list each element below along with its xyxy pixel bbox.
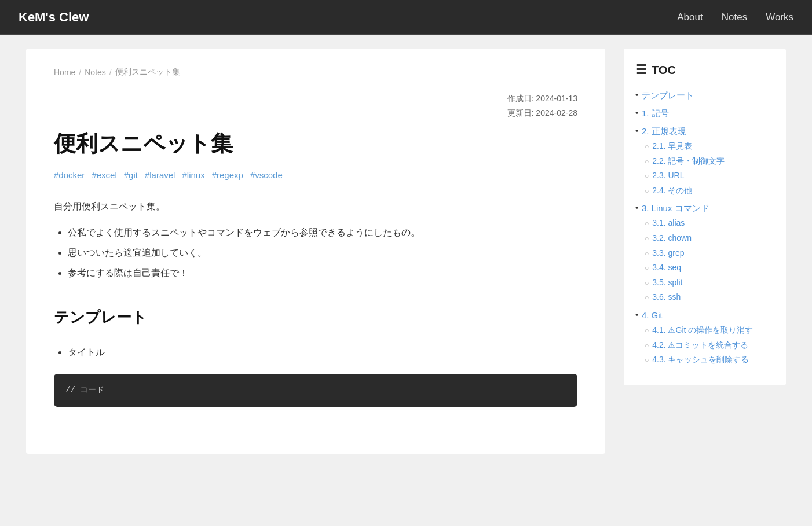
- toc-item-main-4: • 4. Git: [635, 309, 774, 321]
- toc-sub-list-2: ○ 2.1. 早見表 ○ 2.2. 記号・制御文字 ○ 2.3. URL ○ 2…: [645, 141, 774, 196]
- toc-bullet-2: •: [635, 126, 638, 135]
- toc-sub-bullet-3-2: ○: [645, 249, 649, 258]
- tag-excel[interactable]: #excel: [92, 170, 116, 180]
- toc-sub-link-3-1[interactable]: 3.2. chown: [652, 233, 692, 244]
- toc-sub-item-3-0: ○ 3.1. alias: [645, 218, 774, 229]
- article-body: 自分用便利スニペット集。 公私でよく使用するスニペットやコマンドをウェブから参照…: [54, 198, 577, 407]
- toc-title: TOC: [652, 64, 676, 77]
- toc-link-2[interactable]: 2. 正規表現: [642, 125, 686, 137]
- toc-sub-bullet-2-0: ○: [645, 142, 649, 150]
- toc-menu-icon: ☰: [635, 62, 647, 78]
- toc-list: • テンプレート • 1. 記号 • 2. 正規表現 ○: [635, 89, 774, 366]
- toc-sub-bullet-2-3: ○: [645, 187, 649, 195]
- article-description: 自分用便利スニペット集。: [54, 198, 577, 215]
- toc-bullet-0: •: [635, 90, 638, 100]
- toc-link-0[interactable]: テンプレート: [642, 89, 694, 101]
- toc-bullet-3: •: [635, 203, 638, 212]
- breadcrumb: Home / Notes / 便利スニペット集: [54, 67, 577, 78]
- section1-heading: テンプレート: [54, 304, 577, 337]
- toc-sub-item-3-3: ○ 3.4. seq: [645, 262, 774, 274]
- toc-sub-link-3-5[interactable]: 3.6. ssh: [652, 292, 681, 303]
- bullet-item-1: 公私でよく使用するスニペットやコマンドをウェブから参照できるようにしたもの。: [68, 225, 577, 240]
- toc-bullet-4: •: [635, 310, 638, 319]
- toc-sub-link-3-0[interactable]: 3.1. alias: [652, 218, 685, 229]
- toc-sub-bullet-3-0: ○: [645, 219, 649, 227]
- tag-laravel[interactable]: #laravel: [145, 170, 175, 180]
- tag-vscode[interactable]: #vscode: [250, 170, 283, 180]
- toc-sub-bullet-2-1: ○: [645, 157, 649, 165]
- tag-docker[interactable]: #docker: [54, 170, 85, 180]
- toc-item-1: • 1. 記号: [635, 107, 774, 119]
- toc-item-main-1: • 1. 記号: [635, 107, 774, 119]
- breadcrumb-notes[interactable]: Notes: [85, 68, 106, 77]
- page-wrapper: Home / Notes / 便利スニペット集 作成日: 2024-01-13 …: [12, 35, 800, 468]
- toc-sub-link-4-0[interactable]: 4.1. ⚠Git の操作を取り消す: [652, 325, 753, 336]
- toc-item-3: • 3. Linux コマンド ○ 3.1. alias ○ 3.2. chow…: [635, 202, 774, 303]
- toc-item-4: • 4. Git ○ 4.1. ⚠Git の操作を取り消す ○ 4.2. ⚠コミ…: [635, 309, 774, 366]
- toc-sub-bullet-4-0: ○: [645, 326, 649, 334]
- toc-sub-link-3-4[interactable]: 3.5. split: [652, 277, 682, 289]
- toc-sub-list-3: ○ 3.1. alias ○ 3.2. chown ○ 3.3. grep ○ …: [645, 218, 774, 303]
- code-block: // コード: [54, 374, 577, 407]
- created-date: 作成日: 2024-01-13: [54, 91, 577, 106]
- toc-item-main-2: • 2. 正規表現: [635, 125, 774, 137]
- toc-link-3[interactable]: 3. Linux コマンド: [642, 202, 709, 214]
- toc-link-1[interactable]: 1. 記号: [642, 107, 669, 119]
- nav-about[interactable]: About: [677, 12, 703, 23]
- section1-bullet1: タイトル: [68, 344, 577, 360]
- toc-sub-item-2-2: ○ 2.3. URL: [645, 170, 774, 182]
- toc-bullet-1: •: [635, 108, 638, 117]
- toc-sub-item-3-4: ○ 3.5. split: [645, 277, 774, 289]
- site-title: KeM's Clew: [19, 10, 89, 25]
- toc-sub-link-2-0[interactable]: 2.1. 早見表: [652, 141, 692, 152]
- toc-sub-item-3-1: ○ 3.2. chown: [645, 233, 774, 244]
- toc-sub-item-4-0: ○ 4.1. ⚠Git の操作を取り消す: [645, 325, 774, 336]
- nav-works[interactable]: Works: [766, 12, 793, 23]
- breadcrumb-home[interactable]: Home: [54, 68, 75, 77]
- bullet-item-3: 参考にする際は自己責任で！: [68, 265, 577, 281]
- site-nav: About Notes Works: [677, 12, 793, 23]
- toc-item-main-3: • 3. Linux コマンド: [635, 202, 774, 214]
- toc-sub-link-2-2[interactable]: 2.3. URL: [652, 170, 684, 182]
- toc-sub-link-2-1[interactable]: 2.2. 記号・制御文字: [652, 156, 725, 167]
- toc-sub-link-3-2[interactable]: 3.3. grep: [652, 248, 684, 259]
- article-bullet-list: 公私でよく使用するスニペットやコマンドをウェブから参照できるようにしたもの。 思…: [68, 225, 577, 281]
- toc-sub-item-4-2: ○ 4.3. キャッシュを削除する: [645, 354, 774, 366]
- toc-sub-bullet-2-2: ○: [645, 172, 649, 180]
- toc-sub-bullet-3-4: ○: [645, 279, 649, 287]
- toc-item-0: • テンプレート: [635, 89, 774, 101]
- toc-sub-link-3-3[interactable]: 3.4. seq: [652, 262, 681, 274]
- meta-dates: 作成日: 2024-01-13 更新日: 2024-02-28: [54, 91, 577, 120]
- tag-regexp[interactable]: #regexp: [212, 170, 243, 180]
- toc-sub-link-2-3[interactable]: 2.4. その他: [652, 185, 692, 197]
- updated-date: 更新日: 2024-02-28: [54, 106, 577, 120]
- toc-header: ☰ TOC: [635, 62, 774, 78]
- toc-sub-item-2-1: ○ 2.2. 記号・制御文字: [645, 156, 774, 167]
- sidebar-toc: ☰ TOC • テンプレート • 1. 記号 •: [624, 49, 786, 385]
- toc-sub-list-4: ○ 4.1. ⚠Git の操作を取り消す ○ 4.2. ⚠コミットを統合する ○…: [645, 325, 774, 366]
- breadcrumb-current: 便利スニペット集: [115, 67, 180, 78]
- toc-sub-bullet-3-3: ○: [645, 264, 649, 272]
- toc-sub-bullet-4-2: ○: [645, 356, 649, 364]
- toc-link-4[interactable]: 4. Git: [642, 309, 663, 321]
- bullet-item-2: 思いついたら適宜追加していく。: [68, 245, 577, 260]
- tags-container: #docker #excel #git #laravel #linux #reg…: [54, 170, 577, 180]
- toc-sub-link-4-2[interactable]: 4.3. キャッシュを削除する: [652, 354, 749, 366]
- toc-sub-bullet-3-5: ○: [645, 293, 649, 301]
- toc-sub-item-4-1: ○ 4.2. ⚠コミットを統合する: [645, 340, 774, 351]
- tag-linux[interactable]: #linux: [182, 170, 204, 180]
- nav-notes[interactable]: Notes: [722, 12, 747, 23]
- section1-list: タイトル: [68, 344, 577, 360]
- article-title: 便利スニペット集: [54, 130, 577, 158]
- toc-sub-item-2-3: ○ 2.4. その他: [645, 185, 774, 197]
- toc-item-2: • 2. 正規表現 ○ 2.1. 早見表 ○ 2.2. 記号・制御文字 ○ 2.…: [635, 125, 774, 196]
- tag-git[interactable]: #git: [124, 170, 138, 180]
- breadcrumb-sep2: /: [109, 68, 112, 77]
- toc-sub-item-3-2: ○ 3.3. grep: [645, 248, 774, 259]
- toc-sub-link-4-1[interactable]: 4.2. ⚠コミットを統合する: [652, 340, 748, 351]
- toc-sub-bullet-3-1: ○: [645, 234, 649, 242]
- code-placeholder: // コード: [65, 385, 104, 395]
- main-content: Home / Notes / 便利スニペット集 作成日: 2024-01-13 …: [26, 49, 605, 454]
- toc-sub-item-2-0: ○ 2.1. 早見表: [645, 141, 774, 152]
- toc-sub-item-3-5: ○ 3.6. ssh: [645, 292, 774, 303]
